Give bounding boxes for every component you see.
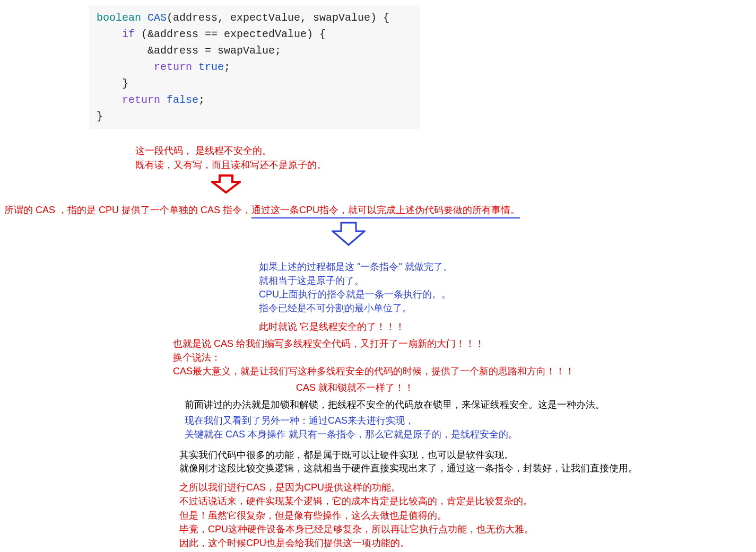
block-cpu-provides: 之所以我们进行CAS，是因为CPU提供这样的功能。 不过话说话来，硬件实现某个逻… <box>179 480 756 549</box>
arrow-down-icon <box>332 222 366 246</box>
block-hw-sw: 其实我们代码中很多的功能，都是属于既可以让硬件实现，也可以是软件实现。 就像刚才… <box>179 449 756 475</box>
code-sig-params: (address, expectValue, swapValue) { <box>167 12 389 24</box>
block-lock-method: 前面讲过的办法就是加锁和解锁，把线程不安全的代码放在锁里，来保证线程安全。这是一… <box>185 398 756 411</box>
black2-l1: 其实我们代码中很多的功能，都是属于既可以让硬件实现，也可以是软件实现。 <box>179 449 756 462</box>
main-part1: 所谓的 CAS ，指的是 CPU 提供了一个单独的 CAS 指令， <box>4 205 251 215</box>
red2-l1: 也就是说 CAS 给我们编写多线程安全代码，又打开了一扇新的大门！！！ <box>173 337 756 351</box>
code-closebrace1: } <box>97 77 128 90</box>
red3: CAS 就和锁就不一样了！！ <box>296 382 414 393</box>
code-fn-name: CAS <box>147 12 167 24</box>
blue2-l1: 现在我们又看到了另外一种：通过CAS来去进行实现， <box>185 414 756 427</box>
red2-l3: CAS最大意义，就是让我们写这种多线程安全的代码的时候，提供了一个新的思路和方向… <box>173 364 756 378</box>
red1: 此时就说 它是线程安全的了！！！ <box>259 321 405 332</box>
arrow-down-icon <box>211 174 241 194</box>
red2-l2: 换个说法： <box>173 351 756 364</box>
annot1-line2: 既有读，又有写，而且读和写还不是原子的。 <box>135 158 756 172</box>
block-cas-method: 现在我们又看到了另外一种：通过CAS来去进行实现， 关键就在 CAS 本身操作 … <box>185 414 756 441</box>
red4-l4: 毕竟，CPU这种硬件设备本身已经足够复杂，所以再让它执行点功能，也无伤大雅。 <box>179 522 756 536</box>
black2-l2: 就像刚才这段比较交换逻辑，这就相当于硬件直接实现出来了，通过这一条指令，封装好，… <box>179 462 756 475</box>
code-semi2: ; <box>198 94 205 106</box>
red4-l5: 因此，这个时候CPU也是会给我们提供这一项功能的。 <box>179 536 756 550</box>
blue1-l2: 就相当于这是原子的了。 <box>259 274 756 287</box>
red4-l1: 之所以我们进行CAS，是因为CPU提供这样的功能。 <box>179 480 756 494</box>
code-assign: &address = swapValue; <box>97 45 281 57</box>
code-return2-kw: return <box>122 94 160 106</box>
arrow-down-red <box>211 174 756 197</box>
block-cas-vs-lock-title: CAS 就和锁就不一样了！！ <box>296 381 756 395</box>
code-kw-boolean: boolean <box>97 12 141 24</box>
block-thread-safe: 此时就说 它是线程安全的了！！！ <box>259 320 756 334</box>
blue1-l3: CPU上面执行的指令就是一条一条执行的。。 <box>259 287 756 301</box>
code-closebrace2: } <box>97 110 103 122</box>
code-if-cond: (&address == expectedValue) { <box>135 28 326 40</box>
code-false: false <box>167 94 198 106</box>
code-semi1: ; <box>224 61 230 73</box>
code-true: true <box>198 61 224 73</box>
main-part2-underlined: 通过这一条CPU指令，就可以完成上述伪代码要做的所有事情。 <box>251 204 520 218</box>
arrow-down-blue <box>332 222 756 250</box>
red4-l3: 但是！虽然它很复杂，但是像有些操作，这么去做也是值得的。 <box>179 509 756 522</box>
block-cas-meaning: 也就是说 CAS 给我们编写多线程安全代码，又打开了一扇新的大门！！！ 换个说法… <box>173 337 756 378</box>
code-if-kw: if <box>122 28 135 40</box>
red4-l2: 不过话说话来，硬件实现某个逻辑，它的成本肯定是比较高的，肯定是比较复杂的。 <box>179 494 756 508</box>
blue2-l2: 关键就在 CAS 本身操作 就只有一条指令，那么它就是原子的，是线程安全的。 <box>185 427 756 441</box>
code-return1-kw: return <box>154 61 192 73</box>
main-sentence: 所谓的 CAS ，指的是 CPU 提供了一个单独的 CAS 指令，通过这一条CP… <box>4 204 756 218</box>
black1: 前面讲过的办法就是加锁和解锁，把线程不安全的代码放在锁里，来保证线程安全。这是一… <box>185 399 605 410</box>
code-block: boolean CAS(address, expectValue, swapVa… <box>89 5 420 129</box>
block-if-one-instruction: 如果上述的过程都是这 "一条指令" 就做完了。 就相当于这是原子的了。 CPU上… <box>259 260 756 315</box>
annotation-thread-unsafe: 这一段代码， 是线程不安全的。 既有读，又有写，而且读和写还不是原子的。 <box>135 144 756 172</box>
annot1-line1: 这一段代码， 是线程不安全的。 <box>135 144 756 158</box>
blue1-l4: 指令已经是不可分割的最小单位了。 <box>259 301 756 315</box>
blue1-l1: 如果上述的过程都是这 "一条指令" 就做完了。 <box>259 260 756 274</box>
